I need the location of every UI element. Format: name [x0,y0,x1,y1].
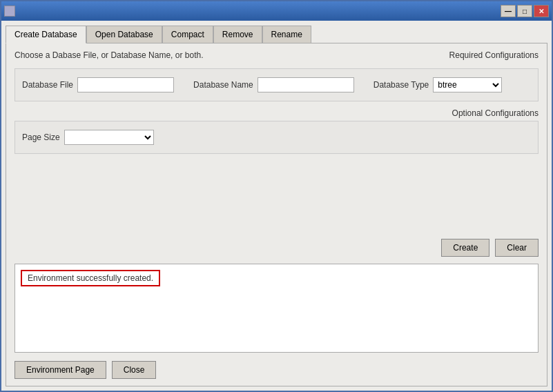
minimize-button[interactable]: — [501,5,516,17]
tab-compact[interactable]: Compact [162,26,213,43]
tab-rename[interactable]: Rename [262,26,311,43]
success-message-text: Environment successfully created. [28,273,153,283]
bottom-buttons: Environment Page Close [14,358,539,379]
database-name-input[interactable] [258,77,354,92]
main-window: — □ ✕ Create Database Open Database Comp… [0,0,553,392]
database-name-group: Database Name [193,77,354,92]
required-label: Required Configurations [449,50,539,60]
page-size-select[interactable]: 512 1024 2048 4096 8192 16384 32768 6553… [64,130,154,145]
required-section: Database File Database Name Database Typ… [14,68,539,101]
app-icon [4,6,15,17]
tab-bar: Create Database Open Database Compact Re… [6,25,547,43]
database-file-label: Database File [22,80,73,90]
window-content: Create Database Open Database Compact Re… [1,21,552,391]
environment-page-button[interactable]: Environment Page [14,361,106,379]
window-controls: — □ ✕ [501,5,549,17]
title-bar: — □ ✕ [1,1,552,21]
maximize-button[interactable]: □ [517,5,532,17]
tab-open-database[interactable]: Open Database [86,26,162,43]
output-area: Environment successfully created. [14,264,539,353]
optional-header: Optional Configurations [14,108,539,118]
database-file-group: Database File [22,77,174,92]
clear-button[interactable]: Clear [495,239,539,257]
create-button[interactable]: Create [441,239,489,257]
database-file-input[interactable] [77,77,174,92]
tab-remove[interactable]: Remove [213,26,262,43]
database-type-select[interactable]: btree hash queue recno [433,77,502,92]
database-name-label: Database Name [193,80,253,90]
action-buttons: Create Clear [14,239,539,257]
database-type-group: Database Type btree hash queue recno [373,77,503,92]
database-type-label: Database Type [373,80,429,90]
main-panel: Choose a Dabase File, or Database Name, … [6,43,547,386]
optional-section: Page Size 512 1024 2048 4096 8192 16384 … [14,121,539,154]
close-window-button[interactable]: ✕ [534,5,549,17]
page-size-group: Page Size 512 1024 2048 4096 8192 16384 … [22,130,154,145]
close-button[interactable]: Close [112,361,157,379]
page-size-label: Page Size [22,133,60,142]
success-message-box: Environment successfully created. [21,270,160,286]
tab-create-database[interactable]: Create Database [6,26,86,43]
